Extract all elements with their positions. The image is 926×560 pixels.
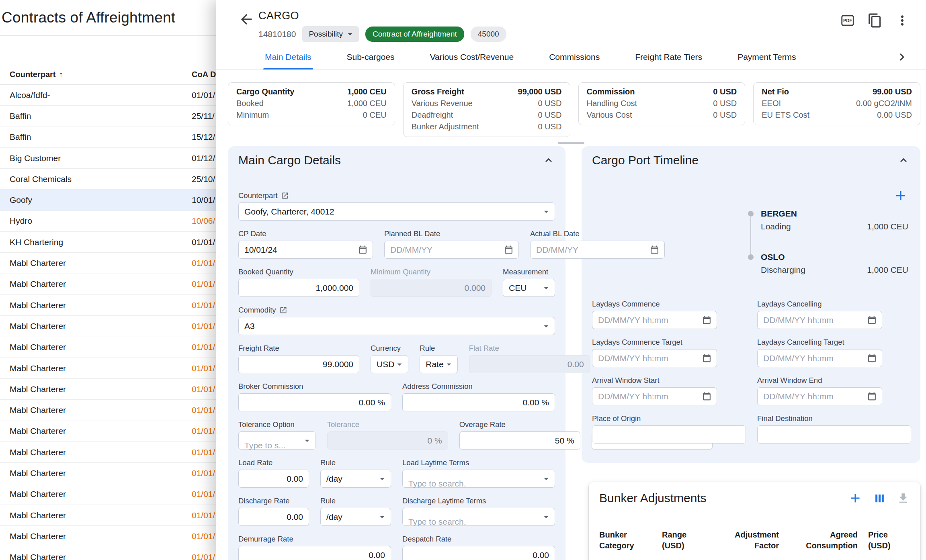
counterpart-cell: Mabl Charterer [10, 279, 66, 289]
load-laytime-terms-select[interactable]: Type to search. [402, 470, 555, 488]
coa-date-cell: 10/01/ [192, 195, 215, 205]
currency-select[interactable]: USD [371, 355, 408, 373]
final-destination-input[interactable] [758, 426, 911, 443]
laydays-cancelling-target-input[interactable] [758, 349, 882, 367]
copy-icon [867, 13, 883, 28]
more-menu-button[interactable] [895, 13, 910, 28]
timeline-dot-icon [748, 254, 754, 260]
coa-date-cell: 01/01/ [192, 448, 215, 457]
tab[interactable]: Various Cost/Revenue [430, 45, 514, 69]
open-external-icon[interactable] [279, 306, 287, 314]
booked-quantity-input[interactable] [239, 279, 359, 296]
laydays-commence-target-input[interactable] [592, 349, 717, 367]
chevron-right-icon [895, 50, 909, 64]
commodity-select[interactable]: A3 [238, 317, 555, 335]
card-row-value: 0 USD [538, 98, 562, 109]
tab-label: Commissions [549, 52, 600, 62]
calendar-icon[interactable] [867, 391, 877, 401]
overage-rate-input[interactable] [460, 432, 580, 449]
counterpart-select[interactable]: Goofy, Charterer, 40012 [238, 202, 555, 221]
pdf-export-button[interactable] [840, 13, 855, 28]
collapse-section-button[interactable] [542, 154, 555, 167]
calendar-icon[interactable] [358, 245, 368, 255]
calendar-icon[interactable] [702, 315, 712, 325]
load-rule-select[interactable]: /day [320, 470, 391, 488]
address-commission-input[interactable] [403, 394, 555, 411]
tab[interactable]: Freight Rate Tiers [635, 45, 702, 69]
section-title: Main Cargo Details [238, 153, 341, 167]
cargo-panel: CARGO 14810180 Possibility Contract of A… [216, 0, 926, 560]
tab[interactable]: Main Details [265, 45, 311, 69]
card-row-value: 0.00 USD [877, 109, 912, 121]
chevron-down-icon [541, 321, 551, 331]
demurrage-rate-input[interactable] [239, 546, 391, 560]
coa-date-cell: 01/12/ [192, 153, 215, 163]
column-header-bunker-category: Bunker Category [599, 529, 651, 551]
arrival-window-end-input[interactable] [758, 388, 882, 405]
open-external-icon[interactable] [281, 192, 289, 200]
laydays-cancelling-input[interactable] [758, 311, 882, 329]
tab[interactable]: Payment Terms [738, 45, 796, 69]
summary-card-cargo-quantity: Cargo Quantity1,000 CEU Booked1,000 CEU … [228, 82, 395, 125]
cp-date-field: CP Date [238, 229, 373, 259]
coa-date-cell: 01/01/ [192, 237, 215, 247]
discharge-laytime-terms-select[interactable]: Type to search. [402, 508, 555, 526]
laydays-commence-input[interactable] [592, 311, 717, 329]
calendar-icon[interactable] [702, 353, 712, 363]
tab[interactable]: Commissions [549, 45, 600, 69]
column-header-counterpart[interactable]: Counterpart ↑ [10, 70, 63, 79]
calendar-icon[interactable] [867, 353, 877, 363]
coa-date-cell: 01/01/ [192, 426, 215, 436]
status-dropdown[interactable]: Possibility [302, 26, 359, 42]
cp-date-input[interactable] [239, 241, 373, 258]
calendar-icon[interactable] [867, 315, 877, 325]
back-button[interactable] [238, 11, 254, 27]
card-row-value: 0 USD [713, 109, 737, 121]
coa-date-cell: 01/01/ [192, 364, 215, 373]
counterpart-cell: Mabl Charterer [10, 531, 66, 541]
collapse-section-button[interactable] [897, 154, 910, 167]
chevron-down-icon [377, 474, 387, 484]
chevron-down-icon [541, 474, 551, 484]
calendar-icon[interactable] [702, 391, 712, 401]
despatch-rate-input[interactable] [403, 546, 555, 560]
tab[interactable]: Sub-cargoes [347, 45, 395, 69]
page-title: Contracts of Affreightment [2, 9, 175, 26]
calendar-icon[interactable] [504, 245, 514, 255]
card-row-label: Handling Cost [587, 98, 637, 109]
copy-button[interactable] [867, 13, 883, 28]
counterpart-cell: Mabl Charterer [10, 468, 66, 478]
coa-date-cell: 01/01/ [192, 321, 215, 331]
plus-icon [893, 188, 908, 203]
add-bunker-adjustment-button[interactable] [848, 491, 862, 505]
arrival-window-start-input[interactable] [592, 388, 717, 405]
arrival-window-start-field: Arrival Window Start [592, 376, 746, 405]
measurement-select[interactable]: CEU [503, 279, 555, 297]
load-laytime-terms-field: Load Laytime Terms Type to search. [402, 458, 555, 488]
chevron-up-icon [897, 154, 910, 167]
cargo-id: 14810180 [258, 29, 296, 39]
tolerance-option-select[interactable]: Type to s... [238, 431, 316, 450]
card-title: Cargo Quantity [236, 86, 294, 98]
add-port-button[interactable] [893, 188, 908, 203]
card-row-label: Booked [236, 98, 264, 109]
discharge-rate-input[interactable] [239, 508, 309, 525]
column-header-coa-date[interactable]: CoA D [192, 70, 216, 79]
timeline-stop[interactable]: BERGEN Loading 1,000 CEU [592, 209, 910, 231]
load-rate-input[interactable] [239, 470, 309, 487]
column-settings-button[interactable] [873, 492, 886, 505]
resize-handle[interactable] [558, 142, 584, 144]
overage-rate-field: Overage Rate [459, 420, 580, 450]
place-of-origin-input[interactable] [592, 426, 746, 443]
tolerance-field: Tolerance [327, 420, 448, 450]
timeline-stop[interactable]: OSLO Discharging 1,000 CEU [592, 252, 910, 275]
laydays-commence-field: Laydays Commence [592, 300, 746, 329]
freight-rate-input[interactable] [239, 356, 359, 373]
counterpart-field: Counterpart Goofy, Charterer, 40012 [238, 191, 555, 221]
minimum-quantity-field: Minimum Quantity [371, 268, 492, 297]
planned-bl-date-input[interactable] [385, 241, 518, 258]
discharge-rule-select[interactable]: /day [320, 508, 391, 526]
tabs-scroll-right-button[interactable] [895, 50, 909, 64]
freight-rule-select[interactable]: Rate [420, 355, 457, 373]
broker-commission-input[interactable] [239, 394, 391, 411]
